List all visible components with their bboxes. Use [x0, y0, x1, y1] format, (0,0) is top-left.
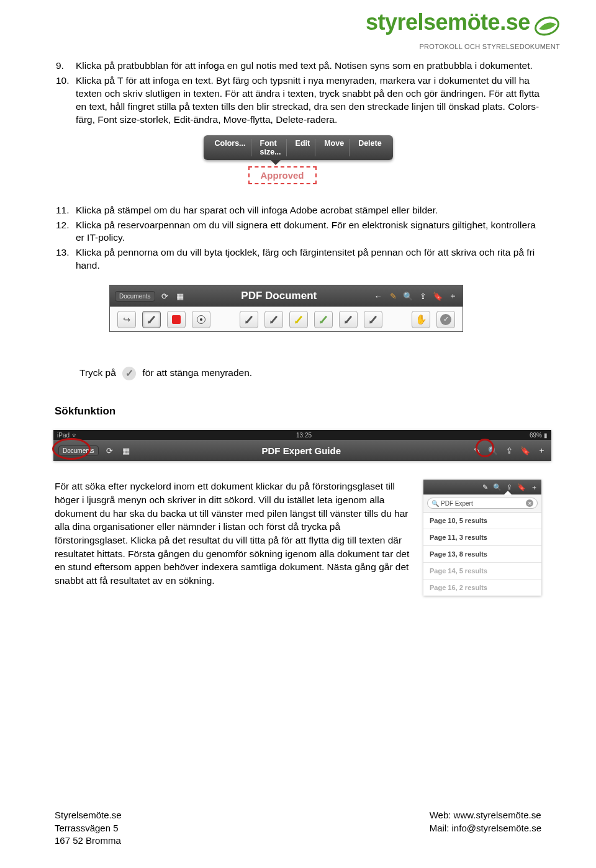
search-icon[interactable]: 🔍: [493, 483, 502, 491]
list-item: 9.Klicka på pratbubblan för att infoga e…: [55, 60, 541, 73]
ipad-bar-figure: iPadᯤ 13:25 69%▮ Documents ⟳ ▦ PDF Exper…: [53, 430, 551, 461]
share-icon[interactable]: ⇪: [507, 483, 512, 491]
instruction-list-2: 11.Klicka på stämpel om du har sparat oc…: [55, 204, 541, 273]
leaf-icon: [534, 13, 560, 42]
share-icon[interactable]: ⇪: [418, 291, 428, 301]
bookmark-icon[interactable]: 🔖: [517, 483, 526, 491]
popup-edit[interactable]: Edit: [291, 139, 316, 156]
popup-colors[interactable]: Colors...: [210, 139, 251, 156]
instruction-list-1: 9.Klicka på pratbubblan för att infoga e…: [55, 60, 541, 127]
toolbar-top: Documents ⟳ ▦ PDF Document ← ✎ 🔍 ⇪ 🔖 ＋: [110, 285, 463, 306]
footer-right: Web: www.styrelsemöte.se Mail: info@styr…: [430, 809, 541, 847]
brand-sub: PROTOKOLL OCH STYRELSEDOKUMENT: [366, 43, 560, 50]
list-item: 12.Klicka på reservoarpennan om du vill …: [55, 219, 541, 245]
approved-stamp: Approved: [248, 166, 317, 184]
status-device: iPad: [57, 432, 70, 439]
result-row[interactable]: Page 14, 5 results: [423, 563, 541, 579]
highlighter[interactable]: [289, 311, 308, 328]
pen-icon[interactable]: ✎: [482, 483, 488, 491]
search-results-panel: 70% ✎ 🔍 ⇪ 🔖 ＋ 🔍 PDF Expert ✕ Page 10, 5 …: [423, 480, 541, 596]
popup-fontsize[interactable]: Font size...: [255, 139, 287, 156]
grid-icon[interactable]: ▦: [175, 291, 185, 301]
popup-toolbar: Colors... Font size... Edit Move Delete: [204, 135, 393, 160]
search-value: PDF Expert: [441, 500, 473, 507]
opacity-target[interactable]: [192, 311, 210, 328]
toolbar-row: ↩ ✋ ✓: [110, 306, 463, 331]
list-item: 10.Klicka på T för att infoga en text. B…: [55, 74, 541, 127]
pen-5[interactable]: [364, 311, 382, 328]
search-icon[interactable]: 🔍: [403, 291, 413, 301]
brand-text: styrelsemöte.se: [366, 9, 530, 35]
grid-icon[interactable]: ▦: [121, 445, 131, 455]
bookmark-icon[interactable]: 🔖: [433, 291, 443, 301]
bookmark-icon[interactable]: 🔖: [520, 445, 530, 455]
popover-arrow-icon: [504, 491, 512, 494]
status-battery: 69%: [530, 432, 542, 439]
pen-icon[interactable]: ✎: [388, 291, 398, 301]
list-item: 11.Klicka på stämpel om du har sparat oc…: [55, 204, 541, 217]
check-close-icon: ✓: [122, 367, 136, 380]
toolbar-title: PDF Document: [190, 290, 368, 302]
share-icon[interactable]: ⇪: [504, 445, 514, 455]
footer-left: Styrelsemöte.se Terrassvägen 5 167 52 Br…: [55, 809, 122, 847]
pen-tool[interactable]: [142, 311, 161, 328]
edit-popup-figure: Colors... Font size... Edit Move Delete …: [204, 135, 393, 184]
search-input[interactable]: 🔍 PDF Expert ✕: [427, 498, 538, 509]
plus-icon[interactable]: ＋: [536, 445, 546, 455]
popup-move[interactable]: Move: [319, 139, 350, 156]
result-row[interactable]: Page 10, 5 results: [423, 512, 541, 529]
list-item: 13.Klicka på pennorna om du vill byta tj…: [55, 246, 541, 272]
result-row[interactable]: Page 11, 3 results: [423, 529, 541, 546]
nav-bar: Documents ⟳ ▦ PDF Expert Guide ✎ 🔍 ⇪ 🔖 ＋: [53, 440, 551, 461]
back-icon[interactable]: ←: [373, 291, 383, 301]
result-row[interactable]: Page 13, 8 results: [423, 546, 541, 563]
toolbar-figure: Documents ⟳ ▦ PDF Document ← ✎ 🔍 ⇪ 🔖 ＋ ↩: [109, 285, 463, 332]
documents-button[interactable]: Documents: [58, 445, 99, 456]
pen-2[interactable]: [264, 311, 283, 328]
panel-top: ✎ 🔍 ⇪ 🔖 ＋: [423, 480, 541, 494]
plus-icon[interactable]: ＋: [448, 291, 458, 301]
search-heading: Sökfunktion: [55, 405, 541, 418]
popup-delete[interactable]: Delete: [353, 139, 387, 156]
color-red-swatch[interactable]: [167, 311, 186, 328]
result-row[interactable]: Page 16, 2 results: [423, 579, 541, 596]
brand-logo: styrelsemöte.se PROTOKOLL OCH STYRELSEDO…: [366, 11, 560, 50]
close-hint: Tryck på ✓ för att stänga menyraden.: [79, 367, 541, 380]
sync-icon[interactable]: ⟳: [160, 291, 170, 301]
status-time: 13:25: [78, 432, 530, 439]
pen-3[interactable]: [314, 311, 333, 328]
page-footer: Styrelsemöte.se Terrassvägen 5 167 52 Br…: [55, 809, 541, 847]
search-field-row: 🔍 PDF Expert ✕: [423, 494, 541, 512]
pen-4[interactable]: [339, 311, 358, 328]
pen-icon[interactable]: ✎: [472, 445, 482, 455]
clear-icon[interactable]: ✕: [526, 499, 533, 507]
plus-icon[interactable]: ＋: [531, 483, 538, 492]
nav-title: PDF Expert Guide: [137, 445, 466, 456]
undo-button[interactable]: ↩: [117, 311, 136, 328]
pen-1[interactable]: [240, 311, 258, 328]
documents-button[interactable]: Documents: [115, 291, 155, 302]
sync-icon[interactable]: ⟳: [105, 445, 115, 455]
hand-tool[interactable]: ✋: [412, 311, 430, 328]
search-icon[interactable]: 🔍: [488, 445, 498, 455]
popup-arrow-icon: [271, 160, 281, 165]
close-toolbar[interactable]: ✓: [436, 311, 455, 328]
status-bar: iPadᯤ 13:25 69%▮: [53, 430, 551, 440]
